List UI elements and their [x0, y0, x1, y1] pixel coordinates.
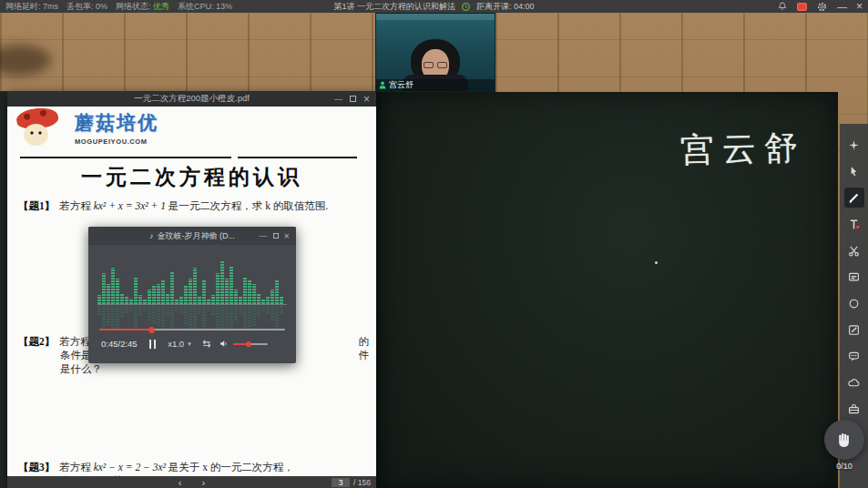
loop-mode-button[interactable]: ⇆ — [202, 338, 210, 350]
text-tool-icon[interactable] — [844, 214, 864, 234]
viz-bar — [111, 306, 115, 330]
classroom-background: 宫云舒 一元二次方程200题小橙皮.pdf — × 蘑菇培优 — [0, 13, 868, 488]
shape-ellipse-icon[interactable] — [844, 293, 864, 313]
viz-bar — [166, 293, 169, 304]
raise-hand-button[interactable] — [824, 420, 864, 460]
viz-bar — [248, 306, 251, 330]
problem-1: 【题1】若方程 kx² + x = 3x² + 1 是一元二次方程，求 k 的取… — [18, 199, 369, 213]
viz-bar — [266, 306, 270, 313]
viz-bar — [97, 306, 101, 315]
viz-bar — [193, 268, 197, 304]
pen-icon[interactable] — [844, 188, 864, 208]
viz-bar — [280, 297, 283, 304]
viz-bar — [107, 284, 110, 304]
viz-bar — [193, 306, 197, 330]
clock-icon — [461, 2, 471, 12]
player-title: 金玟岐-岁月神偷 (D... — [158, 230, 236, 242]
progress-knob[interactable] — [148, 327, 155, 333]
viz-bar — [143, 306, 147, 311]
viz-bar — [220, 306, 224, 330]
scissors-icon[interactable] — [844, 240, 864, 260]
cloud-icon[interactable] — [844, 372, 864, 392]
player-maximize-button[interactable] — [273, 233, 279, 239]
viz-bar — [225, 306, 229, 330]
chat-icon[interactable] — [844, 346, 864, 366]
viz-bar — [134, 277, 138, 304]
progress-fill — [99, 329, 151, 330]
note-edit-icon[interactable] — [844, 320, 864, 340]
close-button[interactable]: × — [856, 2, 863, 11]
bell-icon[interactable] — [777, 1, 788, 12]
pdf-close-button[interactable]: × — [363, 93, 370, 106]
viz-bar — [138, 295, 142, 304]
viz-bar — [202, 280, 206, 304]
speed-selector[interactable]: x1.0▼ — [168, 339, 192, 349]
prev-page-button[interactable]: ‹ — [179, 477, 182, 488]
player-minimize-button[interactable]: — — [260, 231, 268, 240]
viz-bar — [252, 284, 256, 304]
player-controls: 0:45/2:45 x1.0▼ ⇆ — [101, 338, 285, 350]
chalk-handwriting: 宫云舒 — [679, 125, 806, 174]
player-titlebar[interactable]: ♪ 金玟岐-岁月神偷 (D... — × — [88, 227, 296, 245]
network-stats: 网络延时: 7ms 丢包率: 0% 网络状态: 优秀 系统CPU: 13% — [5, 1, 232, 13]
cpu-usage: 系统CPU: 13% — [178, 1, 232, 13]
viz-bar — [216, 273, 220, 304]
volume-knob[interactable] — [246, 341, 251, 347]
audio-visualizer-reflection — [97, 306, 287, 330]
viz-bar — [257, 306, 260, 317]
viz-bar — [152, 306, 156, 324]
select-cursor-icon[interactable] — [844, 161, 864, 181]
pdf-titlebar[interactable]: 一元二次方程200题小橙皮.pdf — × — [7, 91, 376, 107]
viz-bar — [275, 280, 279, 304]
chevron-down-icon: ▼ — [187, 341, 192, 347]
player-close-button[interactable]: × — [284, 230, 290, 241]
brand-domain: MOGUPEIYOU.COM — [75, 137, 158, 146]
screen: 网络延时: 7ms 丢包率: 0% 网络状态: 优秀 系统CPU: 13% 第1… — [0, 0, 868, 488]
viz-bar — [161, 280, 165, 304]
gear-icon[interactable] — [816, 1, 828, 13]
minimize-button[interactable]: — — [837, 2, 847, 11]
hand-icon — [835, 431, 853, 449]
viz-bar — [111, 268, 115, 304]
viz-bar — [129, 299, 133, 304]
laser-pointer-icon[interactable] — [844, 135, 864, 155]
viz-bar — [134, 306, 138, 330]
glasses-right — [437, 62, 447, 68]
page-total: / 156 — [353, 478, 371, 487]
viz-bar — [138, 306, 142, 315]
viz-bar — [216, 306, 220, 330]
chalkboard[interactable]: 宫云舒 — [376, 92, 838, 488]
pdf-bottom-bar: ‹ › 3 / 156 — [7, 476, 376, 488]
page-number-input[interactable]: 3 — [332, 478, 350, 487]
viz-bar — [157, 306, 160, 326]
viz-bar — [170, 271, 174, 304]
volume-slider[interactable] — [233, 343, 268, 345]
pdf-minimize-button[interactable]: — — [334, 95, 342, 104]
viz-bar — [157, 284, 160, 304]
whiteboard-icon[interactable] — [844, 267, 864, 287]
brand-block: 蘑菇培优 MOGUPEIYOU.COM — [75, 110, 158, 146]
screen-left-edge — [0, 91, 7, 488]
viz-bar — [243, 277, 247, 304]
viz-bar — [248, 280, 251, 304]
viz-bar — [271, 306, 274, 320]
viz-bar — [202, 306, 206, 330]
top-status-bar: 网络延时: 7ms 丢包率: 0% 网络状态: 优秀 系统CPU: 13% 第1… — [0, 0, 868, 13]
next-page-button[interactable]: › — [202, 477, 206, 488]
progress-bar[interactable] — [99, 329, 285, 330]
record-icon[interactable] — [797, 3, 807, 11]
viz-bar — [239, 297, 242, 304]
viz-bar — [266, 297, 270, 304]
pdf-maximize-button[interactable] — [350, 96, 356, 102]
viz-bar — [230, 306, 233, 330]
volume-icon[interactable] — [219, 339, 229, 349]
toolbox-icon[interactable] — [844, 399, 864, 419]
webcam-video: 宫云舒 — [376, 14, 495, 91]
viz-bar — [120, 293, 124, 304]
viz-bar — [120, 306, 124, 317]
viz-bar — [234, 306, 238, 320]
pause-button[interactable] — [149, 340, 157, 349]
presenter-nameplate: 宫云舒 — [376, 79, 495, 91]
viz-bar — [234, 290, 238, 304]
viz-bar — [189, 279, 192, 304]
